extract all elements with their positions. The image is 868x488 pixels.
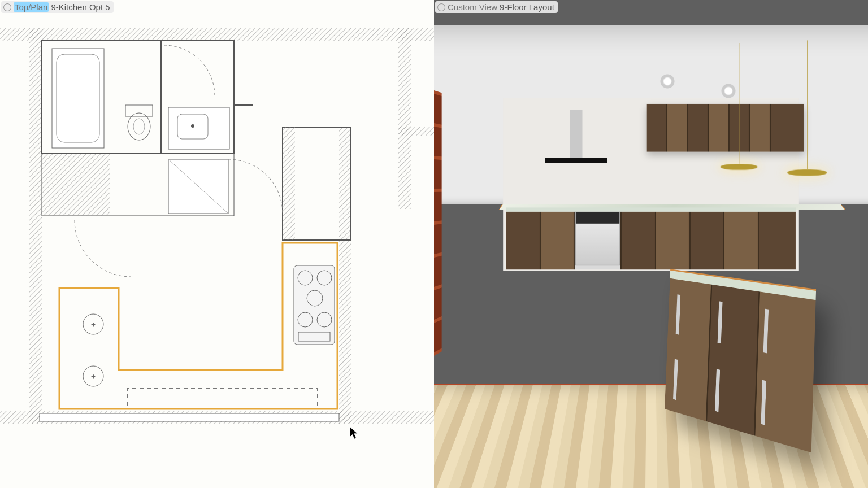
view-mode: Top/Plan — [14, 2, 49, 12]
svg-rect-2 — [29, 28, 42, 424]
view-name: 9-Kitchen Opt 5 — [51, 2, 110, 12]
fixture-vanity-sink — [168, 107, 229, 149]
svg-point-19 — [133, 119, 145, 134]
window — [40, 413, 339, 421]
viewport-plan[interactable]: Top/Plan 9-Kitchen Opt 5 — [0, 0, 434, 488]
floor-plan-canvas[interactable]: + + — [0, 0, 434, 488]
svg-rect-14 — [283, 127, 295, 240]
pendant-light-icon — [721, 164, 758, 170]
svg-rect-1 — [0, 28, 434, 41]
view-label-right[interactable]: Custom View 9-Floor Layout — [435, 1, 558, 13]
render-scene — [434, 0, 868, 488]
svg-rect-4 — [339, 127, 351, 424]
svg-rect-15 — [52, 49, 104, 148]
svg-rect-25 — [294, 265, 335, 345]
cursor-icon — [349, 426, 359, 440]
recessed-light-icon — [721, 83, 736, 99]
fixture-toilet — [125, 105, 153, 140]
appliance-range-hood — [545, 158, 607, 163]
view-name: 9-Floor Layout — [500, 2, 554, 12]
counter-depth-ref — [127, 389, 318, 406]
view-mode: Custom View — [448, 2, 497, 12]
svg-text:+: + — [91, 321, 95, 329]
svg-rect-5 — [398, 28, 411, 209]
base-cabinets — [506, 207, 796, 269]
fixture-closet — [168, 159, 228, 213]
appliance-oven — [575, 212, 620, 265]
svg-rect-36 — [40, 413, 339, 421]
view-label-left[interactable]: Top/Plan 9-Kitchen Opt 5 — [1, 1, 114, 13]
recessed-light-icon — [659, 73, 675, 89]
svg-point-22 — [191, 124, 194, 128]
island-outlets: + + — [83, 314, 103, 386]
fixture-cooktop — [294, 265, 335, 345]
sun-toggle-icon[interactable] — [437, 3, 445, 11]
sun-toggle-icon[interactable] — [3, 3, 11, 11]
fixture-bathtub — [52, 49, 104, 148]
svg-rect-6 — [398, 127, 434, 136]
upper-cabinets — [647, 104, 804, 151]
viewport-3d[interactable]: Custom View 9-Floor Layout — [434, 0, 868, 488]
pendant-light-icon — [787, 169, 827, 176]
svg-text:+: + — [91, 373, 95, 381]
svg-point-18 — [128, 113, 150, 140]
svg-rect-10 — [42, 154, 110, 216]
svg-rect-17 — [125, 105, 153, 116]
open-shelving — [434, 90, 442, 356]
